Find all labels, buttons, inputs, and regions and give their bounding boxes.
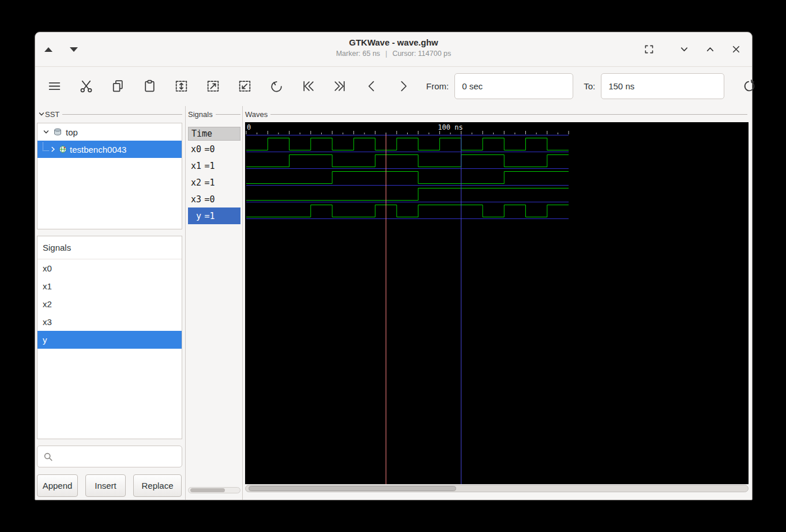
- trace-value: =0: [204, 144, 215, 154]
- zoom-out-button[interactable]: [229, 73, 261, 100]
- fit-window-button[interactable]: [642, 43, 656, 56]
- sst-buttons: Append Insert Replace: [37, 474, 182, 497]
- trace-name: y: [191, 211, 201, 221]
- roll-down-button[interactable]: [677, 43, 691, 56]
- signal-search-box: [37, 446, 182, 467]
- signal-item-x1[interactable]: x1: [37, 277, 182, 295]
- step-right-icon: [396, 78, 411, 94]
- undo-button[interactable]: [261, 73, 292, 100]
- fit-window-icon: [644, 44, 655, 55]
- from-label: From:: [426, 81, 449, 91]
- trace-rows: x0 =0 x1 =1 x2 =1 x3 =0 y =1: [188, 141, 240, 224]
- append-button[interactable]: Append: [37, 474, 78, 497]
- waves-panel: Waves 0100 ns: [243, 106, 749, 500]
- time-header: Time: [188, 127, 240, 141]
- paste-icon: [142, 78, 157, 94]
- tree-item-testbench[interactable]: testbench0043: [37, 141, 182, 158]
- trace-value: =0: [204, 194, 215, 205]
- skip-to-start-icon: [300, 78, 316, 94]
- sst-expander[interactable]: SST: [38, 110, 182, 119]
- skip-to-end-icon: [332, 78, 348, 94]
- frame-rule: [270, 114, 747, 115]
- menu-button[interactable]: [39, 73, 70, 100]
- sst-signals-list: Signals x0 x1 x2 x3 y: [37, 236, 182, 439]
- trace-row-x0[interactable]: x0 =0: [188, 141, 240, 157]
- panel-divider-left[interactable]: [185, 106, 186, 500]
- trace-row-x3[interactable]: x3 =0: [188, 191, 240, 207]
- close-icon: [731, 44, 742, 55]
- signals-panel-header: Signals: [188, 110, 213, 119]
- sst-panel: SST top: [35, 106, 185, 500]
- insert-button[interactable]: Insert: [85, 474, 126, 497]
- cut-icon: [78, 78, 94, 94]
- module-icon: [53, 127, 62, 137]
- zoom-in-button[interactable]: [197, 73, 229, 100]
- skip-to-end-button[interactable]: [324, 73, 356, 100]
- waves-panel-header: Waves: [245, 110, 268, 119]
- window-title: GTKWave - wave.ghw: [151, 37, 637, 47]
- zoom-fit-icon: [174, 78, 189, 94]
- wave-hscrollbar[interactable]: [245, 485, 749, 492]
- menu-icon: [47, 78, 62, 94]
- tree-item-top[interactable]: top: [37, 123, 182, 141]
- expander-down-icon: [38, 111, 45, 118]
- signal-item-x0[interactable]: x0: [37, 259, 182, 277]
- copy-icon: [110, 78, 126, 94]
- toolbar: From: To:: [35, 67, 752, 105]
- entity-globe-icon: [58, 145, 67, 154]
- trace-value: =1: [204, 161, 215, 171]
- expander-right-icon: [50, 146, 57, 153]
- signal-search-input[interactable]: [58, 446, 182, 467]
- step-left-button[interactable]: [356, 73, 388, 100]
- wave-display[interactable]: 0100 ns: [245, 122, 749, 484]
- status-divider: |: [385, 50, 387, 58]
- to-label: To:: [584, 81, 595, 91]
- trace-row-x1[interactable]: x1 =1: [188, 157, 240, 174]
- to-input[interactable]: [601, 73, 724, 99]
- signals-hscrollbar[interactable]: [188, 487, 240, 493]
- from-input[interactable]: [454, 73, 573, 99]
- step-left-icon: [364, 78, 379, 94]
- reload-button[interactable]: [734, 73, 765, 100]
- svg-text:0: 0: [247, 123, 251, 131]
- signals-list-header: Signals: [37, 236, 182, 259]
- trace-value: =1: [204, 211, 215, 221]
- shade-up-icon[interactable]: [44, 47, 52, 52]
- trace-name: x0: [191, 144, 201, 154]
- trace-row-x2[interactable]: x2 =1: [188, 174, 240, 191]
- tree-item-label: top: [66, 127, 78, 137]
- paste-button[interactable]: [134, 73, 166, 100]
- signals-panel: Signals Time x0 =0 x1 =1 x2 =1 x3: [186, 106, 242, 500]
- frame-rule: [216, 114, 240, 115]
- zoom-fit-button[interactable]: [166, 73, 197, 100]
- signals-hscrollbar-thumb[interactable]: [190, 488, 225, 492]
- frame-rule: [62, 114, 182, 115]
- shade-down-icon[interactable]: [70, 47, 78, 52]
- sst-tree: top testbench0043: [37, 123, 182, 229]
- wave-canvas[interactable]: 0100 ns: [245, 122, 749, 484]
- step-right-button[interactable]: [388, 73, 419, 100]
- sst-header-label: SST: [45, 110, 59, 119]
- gtkwave-window: GTKWave - wave.ghw Marker: 65 ns|Cursor:…: [35, 32, 753, 500]
- signal-item-x2[interactable]: x2: [37, 295, 182, 313]
- titlebar: GTKWave - wave.ghw Marker: 65 ns|Cursor:…: [35, 32, 752, 67]
- zoom-out-icon: [237, 78, 253, 94]
- replace-button[interactable]: Replace: [133, 474, 182, 497]
- chevron-down-icon: [679, 44, 690, 55]
- trace-name: x1: [191, 161, 201, 171]
- trace-row-y[interactable]: y =1: [188, 207, 240, 224]
- search-icon: [43, 452, 53, 462]
- tree-guide: [43, 142, 49, 151]
- wave-hscrollbar-thumb[interactable]: [249, 486, 456, 491]
- zoom-in-icon: [205, 78, 221, 94]
- skip-to-start-button[interactable]: [292, 73, 324, 100]
- copy-button[interactable]: [102, 73, 134, 100]
- signal-item-y[interactable]: y: [37, 331, 182, 349]
- reload-icon: [742, 78, 757, 94]
- signal-item-x3[interactable]: x3: [37, 313, 182, 331]
- roll-up-button[interactable]: [703, 43, 717, 56]
- close-button[interactable]: [729, 43, 743, 56]
- tree-item-label: testbench0043: [70, 145, 126, 154]
- chevron-up-icon: [705, 44, 716, 55]
- cut-button[interactable]: [70, 73, 102, 100]
